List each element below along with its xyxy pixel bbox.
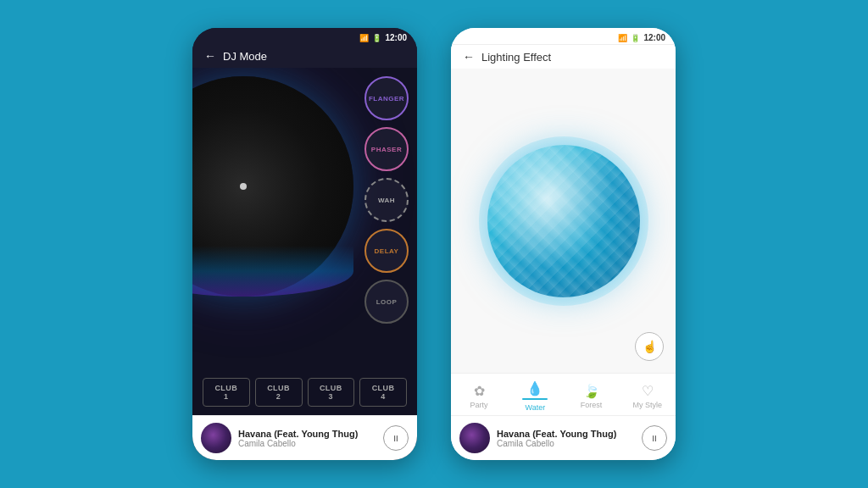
light-battery-icon: 🔋	[631, 34, 640, 42]
dj-track-info: Havana (Feat. Young Thug) Camila Cabello	[238, 429, 376, 448]
water-tab-underline	[522, 398, 548, 400]
light-signal-icon: 📶	[618, 34, 627, 42]
tab-water[interactable]: 💧 Water	[514, 380, 556, 412]
light-main-area: ☝	[451, 69, 676, 373]
dj-mode-phone: 📶 🔋 12:00 ← DJ Mode FLANGER PHASER WAH	[192, 28, 417, 460]
light-back-button[interactable]: ←	[463, 50, 475, 64]
water-ripple	[487, 145, 640, 297]
vinyl-container	[192, 76, 353, 297]
my-style-label: My Style	[633, 401, 663, 409]
dj-time: 12:00	[385, 33, 407, 42]
club4-button[interactable]: CLUB 4	[359, 378, 407, 407]
light-header: ← Lighting Effect	[451, 45, 676, 69]
water-label: Water	[526, 403, 546, 412]
tab-forest[interactable]: 🍃 Forest	[570, 383, 613, 409]
phaser-button[interactable]: PHASER	[364, 127, 409, 171]
effects-panel: FLANGER PHASER WAH DELAY LOOP	[364, 76, 409, 324]
delay-button[interactable]: DELAY	[364, 229, 409, 273]
dj-track-title: Havana (Feat. Young Thug)	[238, 429, 376, 439]
dj-track-artist: Camila Cabello	[238, 439, 376, 448]
dj-header: ← DJ Mode	[192, 44, 417, 68]
touch-icon[interactable]: ☝	[635, 332, 664, 361]
light-title: Lighting Effect	[481, 51, 551, 64]
light-track-info: Havana (Feat. Young Thug) Camila Cabello	[497, 429, 635, 448]
lighting-effect-phone: 📶 🔋 12:00 ← Lighting Effect ☝ ✿ Party 💧 …	[451, 28, 676, 460]
club3-button[interactable]: CLUB 3	[308, 378, 355, 407]
dj-album-art	[201, 423, 231, 453]
tab-party[interactable]: ✿ Party	[458, 383, 500, 409]
flanger-button[interactable]: FLANGER	[364, 76, 409, 120]
vinyl-record[interactable]	[192, 76, 353, 297]
dj-back-button[interactable]: ←	[204, 49, 216, 63]
club1-button[interactable]: CLUB 1	[203, 378, 250, 407]
vinyl-glow	[192, 246, 353, 297]
party-label: Party	[470, 401, 488, 409]
light-now-playing: Havana (Feat. Young Thug) Camila Cabello…	[451, 415, 676, 460]
water-circle	[487, 145, 640, 297]
dj-main-area: FLANGER PHASER WAH DELAY LOOP	[192, 68, 417, 369]
battery-icon: 🔋	[372, 34, 381, 42]
tab-my-style[interactable]: ♡ My Style	[626, 383, 669, 409]
dj-title: DJ Mode	[223, 50, 267, 63]
wah-button[interactable]: WAH	[364, 178, 409, 222]
party-icon: ✿	[474, 383, 485, 399]
forest-icon: 🍃	[583, 383, 600, 399]
lighting-tab-bar: ✿ Party 💧 Water 🍃 Forest ♡ My Style	[451, 373, 676, 415]
forest-label: Forest	[581, 401, 603, 409]
water-icon: 💧	[526, 380, 543, 396]
dj-status-bar: 📶 🔋 12:00	[192, 28, 417, 44]
club2-button[interactable]: CLUB 2	[255, 378, 303, 407]
my-style-icon: ♡	[642, 383, 654, 399]
loop-button[interactable]: LOOP	[364, 280, 409, 324]
light-track-title: Havana (Feat. Young Thug)	[497, 429, 635, 439]
light-time: 12:00	[643, 33, 665, 42]
light-pause-button[interactable]: ⏸	[642, 425, 667, 451]
light-status-bar: 📶 🔋 12:00	[451, 28, 676, 45]
light-track-artist: Camila Cabello	[497, 439, 635, 448]
dj-pause-button[interactable]: ⏸	[383, 425, 409, 451]
signal-icon: 📶	[359, 34, 369, 42]
light-album-art	[459, 423, 490, 453]
dj-now-playing: Havana (Feat. Young Thug) Camila Cabello…	[192, 415, 417, 460]
club-buttons-bar: CLUB 1 CLUB 2 CLUB 3 CLUB 4	[192, 369, 417, 415]
